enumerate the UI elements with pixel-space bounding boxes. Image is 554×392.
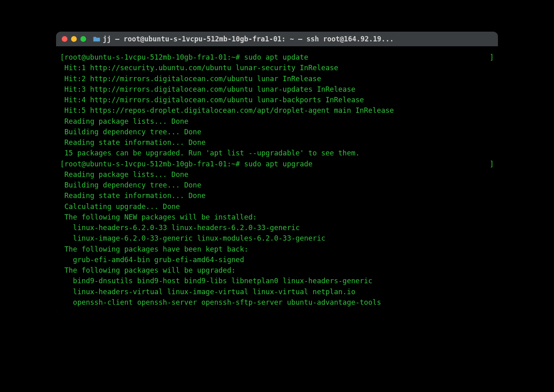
terminal-line: Calculating upgrade... Done bbox=[60, 201, 494, 212]
folder-icon bbox=[93, 36, 100, 42]
terminal-line: bind9-dnsutils bind9-host bind9-libs lib… bbox=[60, 276, 494, 286]
terminal-line: Reading state information... Done bbox=[60, 137, 494, 148]
close-button[interactable] bbox=[62, 36, 67, 42]
terminal-window: jj — root@ubuntu-s-1vcpu-512mb-10gb-fra1… bbox=[56, 32, 498, 315]
titlebar[interactable]: jj — root@ubuntu-s-1vcpu-512mb-10gb-fra1… bbox=[56, 32, 498, 46]
terminal-line: Building dependency tree... Done bbox=[60, 127, 494, 137]
terminal-line: linux-image-6.2.0-33-generic linux-modul… bbox=[60, 233, 494, 243]
terminal-line: Reading package lists... Done bbox=[60, 116, 494, 127]
maximize-button[interactable] bbox=[80, 36, 86, 42]
terminal-line: linux-headers-virtual linux-image-virtua… bbox=[60, 286, 494, 297]
terminal-line: The following packages will be upgraded: bbox=[60, 265, 494, 276]
terminal-line: linux-headers-6.2.0-33 linux-headers-6.2… bbox=[60, 222, 494, 233]
prompt-text: [root@ubuntu-s-1vcpu-512mb-10gb-fra1-01:… bbox=[60, 159, 313, 169]
terminal-line: Building dependency tree... Done bbox=[60, 180, 494, 190]
terminal-line: Reading package lists... Done bbox=[60, 169, 494, 180]
terminal-line: The following packages have been kept ba… bbox=[60, 244, 494, 254]
terminal-line: Hit:3 http://mirrors.digitalocean.com/ub… bbox=[60, 84, 494, 95]
prompt-text: [root@ubuntu-s-1vcpu-512mb-10gb-fra1-01:… bbox=[60, 52, 308, 62]
terminal-line: Hit:1 http://security.ubuntu.com/ubuntu … bbox=[60, 62, 494, 73]
terminal-line: [root@ubuntu-s-1vcpu-512mb-10gb-fra1-01:… bbox=[60, 159, 494, 169]
terminal-line: Reading state information... Done bbox=[60, 190, 494, 201]
terminal-line: The following NEW packages will be insta… bbox=[60, 212, 494, 222]
window-title: jj — root@ubuntu-s-1vcpu-512mb-10gb-fra1… bbox=[93, 35, 394, 43]
terminal-body[interactable]: [root@ubuntu-s-1vcpu-512mb-10gb-fra1-01:… bbox=[56, 46, 498, 315]
terminal-line: Hit:5 https://repos-droplet.digitalocean… bbox=[60, 105, 494, 116]
window-title-text: jj — root@ubuntu-s-1vcpu-512mb-10gb-fra1… bbox=[103, 35, 394, 43]
prompt-bracket-end: ] bbox=[489, 52, 494, 62]
traffic-lights bbox=[62, 36, 86, 42]
terminal-line: openssh-client openssh-server openssh-sf… bbox=[60, 297, 494, 308]
terminal-line: [root@ubuntu-s-1vcpu-512mb-10gb-fra1-01:… bbox=[60, 52, 494, 62]
terminal-line: Hit:2 http://mirrors.digitalocean.com/ub… bbox=[60, 73, 494, 84]
minimize-button[interactable] bbox=[71, 36, 77, 42]
prompt-bracket-end: ] bbox=[489, 159, 494, 169]
terminal-line: Hit:4 http://mirrors.digitalocean.com/ub… bbox=[60, 95, 494, 105]
terminal-line: grub-efi-amd64-bin grub-efi-amd64-signed bbox=[60, 254, 494, 265]
terminal-line: 15 packages can be upgraded. Run 'apt li… bbox=[60, 148, 494, 158]
